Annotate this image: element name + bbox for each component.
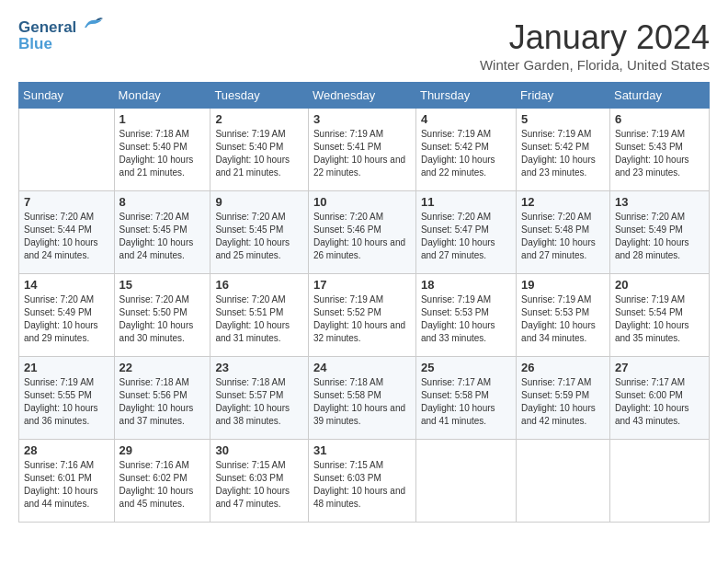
- day-number: 31: [313, 443, 411, 457]
- day-number: 18: [421, 278, 511, 292]
- calendar-cell: 13Sunrise: 7:20 AMSunset: 5:49 PMDayligh…: [609, 191, 709, 274]
- cell-content: Sunrise: 7:20 AMSunset: 5:45 PMDaylight:…: [215, 211, 303, 262]
- day-number: 29: [119, 443, 206, 457]
- calendar-cell: 19Sunrise: 7:19 AMSunset: 5:53 PMDayligh…: [517, 274, 610, 357]
- calendar-cell: 5Sunrise: 7:19 AMSunset: 5:42 PMDaylight…: [517, 109, 610, 191]
- day-number: 25: [421, 361, 511, 374]
- calendar-cell: 31Sunrise: 7:15 AMSunset: 6:03 PMDayligh…: [308, 440, 415, 523]
- calendar-cell: 2Sunrise: 7:19 AMSunset: 5:40 PMDaylight…: [210, 109, 309, 191]
- cell-content: Sunrise: 7:19 AMSunset: 5:54 PMDaylight:…: [615, 293, 704, 345]
- calendar-cell: 18Sunrise: 7:19 AMSunset: 5:53 PMDayligh…: [415, 274, 516, 357]
- cell-content: Sunrise: 7:19 AMSunset: 5:52 PMDaylight:…: [313, 293, 411, 345]
- cell-content: Sunrise: 7:19 AMSunset: 5:42 PMDaylight:…: [521, 128, 605, 179]
- day-number: 13: [615, 195, 704, 209]
- calendar-week-row: 1Sunrise: 7:18 AMSunset: 5:40 PMDaylight…: [19, 109, 710, 191]
- day-number: 2: [215, 112, 303, 126]
- calendar-cell: [415, 440, 516, 523]
- day-number: 20: [615, 278, 704, 292]
- title-block: January 2024 Winter Garden, Florida, Uni…: [480, 18, 710, 73]
- cell-content: Sunrise: 7:16 AMSunset: 6:02 PMDaylight:…: [119, 459, 206, 511]
- cell-content: Sunrise: 7:20 AMSunset: 5:50 PMDaylight:…: [119, 293, 206, 345]
- calendar-cell: 21Sunrise: 7:19 AMSunset: 5:55 PMDayligh…: [19, 357, 115, 440]
- day-number: 4: [421, 112, 511, 126]
- day-number: 5: [521, 112, 605, 126]
- calendar-week-row: 21Sunrise: 7:19 AMSunset: 5:55 PMDayligh…: [19, 357, 710, 440]
- day-number: 6: [615, 112, 704, 126]
- day-number: 21: [24, 361, 109, 374]
- cell-content: Sunrise: 7:18 AMSunset: 5:58 PMDaylight:…: [313, 376, 411, 428]
- calendar-cell: 12Sunrise: 7:20 AMSunset: 5:48 PMDayligh…: [517, 191, 610, 274]
- calendar-cell: 24Sunrise: 7:18 AMSunset: 5:58 PMDayligh…: [308, 357, 415, 440]
- day-number: 27: [615, 361, 704, 374]
- calendar-cell: 8Sunrise: 7:20 AMSunset: 5:45 PMDaylight…: [114, 191, 210, 274]
- cell-content: Sunrise: 7:19 AMSunset: 5:40 PMDaylight:…: [215, 128, 303, 179]
- calendar-cell: 22Sunrise: 7:18 AMSunset: 5:56 PMDayligh…: [114, 357, 210, 440]
- cell-content: Sunrise: 7:20 AMSunset: 5:49 PMDaylight:…: [24, 293, 109, 345]
- cell-content: Sunrise: 7:20 AMSunset: 5:44 PMDaylight:…: [24, 211, 109, 262]
- calendar-cell: 1Sunrise: 7:18 AMSunset: 5:40 PMDaylight…: [114, 109, 210, 191]
- cell-content: Sunrise: 7:15 AMSunset: 6:03 PMDaylight:…: [215, 459, 303, 511]
- day-number: 11: [421, 195, 511, 209]
- day-number: 26: [521, 361, 605, 374]
- day-number: 14: [24, 278, 109, 292]
- day-number: 22: [119, 361, 206, 374]
- day-number: 3: [313, 112, 411, 126]
- cell-content: Sunrise: 7:20 AMSunset: 5:47 PMDaylight:…: [421, 211, 511, 262]
- day-of-week-header: Monday: [114, 83, 210, 109]
- calendar-cell: 11Sunrise: 7:20 AMSunset: 5:47 PMDayligh…: [415, 191, 516, 274]
- day-of-week-header: Saturday: [609, 83, 709, 109]
- day-number: 12: [521, 195, 605, 209]
- day-number: 7: [24, 195, 109, 209]
- day-of-week-header: Wednesday: [308, 83, 415, 109]
- cell-content: Sunrise: 7:18 AMSunset: 5:56 PMDaylight:…: [119, 376, 206, 428]
- day-number: 28: [24, 443, 109, 457]
- cell-content: Sunrise: 7:18 AMSunset: 5:40 PMDaylight:…: [119, 128, 206, 179]
- day-number: 8: [119, 195, 206, 209]
- cell-content: Sunrise: 7:20 AMSunset: 5:48 PMDaylight:…: [521, 211, 605, 262]
- cell-content: Sunrise: 7:17 AMSunset: 6:00 PMDaylight:…: [615, 376, 704, 428]
- logo-line2: Blue: [18, 35, 52, 53]
- calendar-cell: 23Sunrise: 7:18 AMSunset: 5:57 PMDayligh…: [210, 357, 309, 440]
- calendar-cell: 20Sunrise: 7:19 AMSunset: 5:54 PMDayligh…: [609, 274, 709, 357]
- calendar-cell: 28Sunrise: 7:16 AMSunset: 6:01 PMDayligh…: [19, 440, 115, 523]
- cell-content: Sunrise: 7:18 AMSunset: 5:57 PMDaylight:…: [215, 376, 303, 428]
- logo-bird-icon: [79, 15, 105, 35]
- cell-content: Sunrise: 7:17 AMSunset: 5:59 PMDaylight:…: [521, 376, 605, 428]
- calendar-cell: 16Sunrise: 7:20 AMSunset: 5:51 PMDayligh…: [210, 274, 309, 357]
- calendar-cell: 14Sunrise: 7:20 AMSunset: 5:49 PMDayligh…: [19, 274, 115, 357]
- calendar-cell: 4Sunrise: 7:19 AMSunset: 5:42 PMDaylight…: [415, 109, 516, 191]
- month-title: January 2024: [480, 18, 710, 57]
- calendar-week-row: 14Sunrise: 7:20 AMSunset: 5:49 PMDayligh…: [19, 274, 710, 357]
- day-of-week-header: Thursday: [415, 83, 516, 109]
- cell-content: Sunrise: 7:17 AMSunset: 5:58 PMDaylight:…: [421, 376, 511, 428]
- calendar-cell: 29Sunrise: 7:16 AMSunset: 6:02 PMDayligh…: [114, 440, 210, 523]
- calendar-cell: 17Sunrise: 7:19 AMSunset: 5:52 PMDayligh…: [308, 274, 415, 357]
- calendar-cell: 26Sunrise: 7:17 AMSunset: 5:59 PMDayligh…: [517, 357, 610, 440]
- cell-content: Sunrise: 7:16 AMSunset: 6:01 PMDaylight:…: [24, 459, 109, 511]
- day-number: 30: [215, 443, 303, 457]
- cell-content: Sunrise: 7:19 AMSunset: 5:53 PMDaylight:…: [421, 293, 511, 345]
- day-number: 16: [215, 278, 303, 292]
- cell-content: Sunrise: 7:19 AMSunset: 5:41 PMDaylight:…: [313, 128, 411, 179]
- cell-content: Sunrise: 7:20 AMSunset: 5:51 PMDaylight:…: [215, 293, 303, 345]
- calendar-cell: 7Sunrise: 7:20 AMSunset: 5:44 PMDaylight…: [19, 191, 115, 274]
- calendar-cell: 10Sunrise: 7:20 AMSunset: 5:46 PMDayligh…: [308, 191, 415, 274]
- calendar-header-row: SundayMondayTuesdayWednesdayThursdayFrid…: [19, 83, 710, 109]
- day-number: 17: [313, 278, 411, 292]
- calendar-cell: 6Sunrise: 7:19 AMSunset: 5:43 PMDaylight…: [609, 109, 709, 191]
- day-of-week-header: Sunday: [19, 83, 115, 109]
- calendar-cell: [609, 440, 709, 523]
- cell-content: Sunrise: 7:19 AMSunset: 5:43 PMDaylight:…: [615, 128, 704, 179]
- cell-content: Sunrise: 7:19 AMSunset: 5:53 PMDaylight:…: [521, 293, 605, 345]
- cell-content: Sunrise: 7:20 AMSunset: 5:46 PMDaylight:…: [313, 211, 411, 262]
- calendar-cell: [517, 440, 610, 523]
- day-number: 1: [119, 112, 206, 126]
- calendar-cell: 25Sunrise: 7:17 AMSunset: 5:58 PMDayligh…: [415, 357, 516, 440]
- calendar-cell: 30Sunrise: 7:15 AMSunset: 6:03 PMDayligh…: [210, 440, 309, 523]
- cell-content: Sunrise: 7:20 AMSunset: 5:49 PMDaylight:…: [615, 211, 704, 262]
- calendar-cell: 9Sunrise: 7:20 AMSunset: 5:45 PMDaylight…: [210, 191, 309, 274]
- day-number: 9: [215, 195, 303, 209]
- logo: General Blue: [18, 18, 105, 53]
- calendar-table: SundayMondayTuesdayWednesdayThursdayFrid…: [18, 82, 710, 523]
- calendar-week-row: 7Sunrise: 7:20 AMSunset: 5:44 PMDaylight…: [19, 191, 710, 274]
